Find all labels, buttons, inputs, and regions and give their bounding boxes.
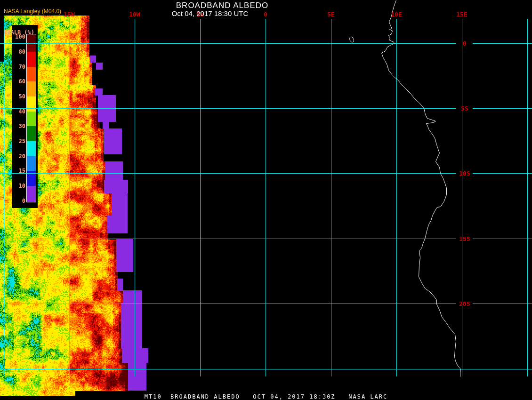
colorbar-tick-25: 25 xyxy=(4,138,25,144)
latitude-label-20S: 20S xyxy=(459,300,470,307)
page-title: BROADBAND ALBEDO xyxy=(176,1,268,10)
latitude-label-10S: 10S xyxy=(459,170,470,177)
longitude-label-0: 0 xyxy=(264,11,267,18)
colorbar-tick-15: 15 xyxy=(4,168,25,174)
colorbar-tick-50: 50 xyxy=(4,93,25,100)
longitude-label-15W: 15W xyxy=(64,11,74,18)
colorbar-tick-30: 30 xyxy=(4,123,25,129)
map-root: NASA Langley (M04.0) BROADBAND ALBEDO Oc… xyxy=(0,0,532,400)
longitude-label-15E: 15E xyxy=(456,11,467,18)
bottom-caption: MT10 BROADBAND ALBEDO OCT 04, 2017 18:30… xyxy=(145,393,388,400)
colorbar-tick-20: 20 xyxy=(4,153,25,160)
latitude-label-0: 0 xyxy=(463,40,467,47)
colorbar-tick-100: 100 xyxy=(4,33,25,40)
longitude-label-5E: 5E xyxy=(327,11,335,18)
colorbar-tick-10: 10 xyxy=(4,183,25,189)
latitude-label-5S: 5S xyxy=(461,105,468,112)
latitude-label-15S: 15S xyxy=(459,235,470,242)
longitude-label-10E: 10E xyxy=(391,11,402,18)
colorbar-tick-80: 80 xyxy=(4,48,25,55)
longitude-label-10W: 10W xyxy=(129,11,140,18)
albedo-map-canvas xyxy=(0,0,532,400)
colorbar-tick-0: 0 xyxy=(4,198,25,204)
colorbar-tick-70: 70 xyxy=(4,64,25,70)
timestamp: Oct 04, 2017 18:30 UTC xyxy=(172,9,249,17)
colorbar-tick-60: 60 xyxy=(4,78,25,85)
agency-label: NASA Langley (M04.0) xyxy=(4,8,61,15)
colorbar-tick-40: 40 xyxy=(4,108,25,115)
